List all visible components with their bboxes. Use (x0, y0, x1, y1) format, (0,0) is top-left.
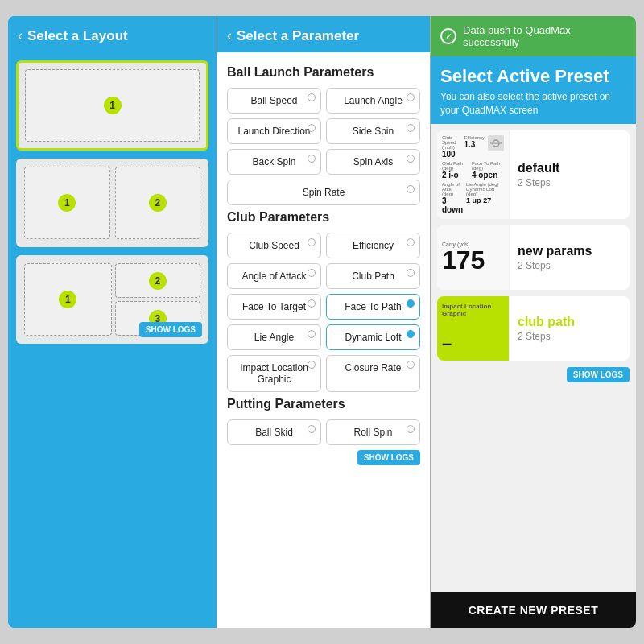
param-closure-rate[interactable]: Closure Rate (326, 355, 420, 392)
preset-steps-default: 2 Steps (518, 177, 621, 188)
preset-card-new-params[interactable]: Carry (yds) 175 new params 2 Steps (437, 225, 630, 290)
radio-roll-spin (407, 425, 415, 433)
preset-title: Select Active Preset (440, 66, 626, 87)
impact-graphic-label: Impact Location Graphic (442, 303, 504, 317)
param-lie-angle[interactable]: Lie Angle (227, 324, 321, 350)
mini-stat-club-path: Club Path (deg) 2 i-o (442, 161, 469, 180)
radio-closure-rate (407, 361, 415, 369)
preset-steps-new-params: 2 Steps (518, 260, 621, 271)
radio-efficiency (407, 238, 415, 246)
club-params-title: Club Parameters (227, 210, 420, 225)
layout-option-2[interactable]: 1 2 (16, 159, 208, 247)
radio-spin-axis (407, 155, 415, 163)
param-club-speed[interactable]: Club Speed (227, 233, 321, 258)
ball-launch-title: Ball Launch Parameters (227, 65, 420, 80)
layout-col-1: 1 (24, 167, 110, 239)
preset-card-default-left: Club Speed (mph) 100 Efficiency 1.3 (437, 130, 510, 219)
mini-stat-face-to-path: Face To Path (deg) 4 open (472, 161, 504, 180)
param-ball-speed[interactable]: Ball Speed (227, 88, 321, 114)
impact-dash: – (442, 333, 504, 354)
success-banner: ✓ Data push to QuadMax successfully (431, 16, 636, 56)
param-angle-of-attack[interactable]: Angle of Attack (227, 263, 321, 289)
layout-option-3[interactable]: 1 2 3 SHOW LOGS (16, 255, 208, 344)
show-logs-btn-1[interactable]: SHOW LOGS (139, 322, 202, 337)
preset-card-club-path-right: club path 2 Steps (510, 296, 630, 361)
success-message: Data push to QuadMax successfully (463, 24, 626, 48)
param-dynamic-loft[interactable]: Dynamic Loft (326, 324, 420, 350)
param-ball-skid[interactable]: Ball Skid (227, 419, 321, 445)
putting-params-grid: Ball Skid Roll Spin (227, 419, 420, 445)
param-spin-rate[interactable]: Spin Rate (227, 180, 420, 205)
layout-badge-2b: 2 (149, 194, 167, 212)
preset-list: Club Speed (mph) 100 Efficiency 1.3 (431, 124, 636, 592)
layout-badge-3a: 1 (59, 291, 76, 308)
preset-card-new-params-right: new params 2 Steps (510, 225, 630, 290)
param-impact-location[interactable]: Impact Location Graphic (227, 355, 321, 392)
mini-stat-lie-dynamic: Lie Angle (deg) Dynamic Loft (deg) 1 up … (466, 182, 504, 214)
layout-two-col: 1 2 (24, 167, 200, 239)
panel-parameter-header: ‹ Select a Parameter (217, 16, 430, 52)
panel-layout-header: ‹ Select a Layout (8, 16, 217, 52)
radio-launch-angle (407, 93, 415, 101)
param-launch-direction[interactable]: Launch Direction (227, 118, 321, 144)
preset-card-club-path[interactable]: Impact Location Graphic – club path 2 St… (437, 296, 630, 361)
radio-dynamic-loft (407, 330, 415, 338)
radio-spin-rate (407, 185, 415, 193)
ball-launch-grid: Ball Speed Launch Angle Launch Direction… (227, 88, 420, 205)
param-roll-spin[interactable]: Roll Spin (326, 419, 420, 445)
param-club-path[interactable]: Club Path (326, 263, 420, 289)
outer-container: ‹ Select a Layout 1 1 (0, 0, 644, 644)
radio-club-path (407, 269, 415, 277)
radio-ball-speed (308, 93, 316, 101)
create-new-preset-btn[interactable]: CREATE NEW PRESET (431, 592, 636, 628)
layout-option-1[interactable]: 1 (16, 60, 208, 151)
preset-card-new-params-left: Carry (yds) 175 (437, 225, 510, 290)
preset-subtitle: You can also select the active preset on… (440, 90, 626, 118)
param-side-spin[interactable]: Side Spin (326, 118, 420, 144)
layout-badge-1: 1 (104, 97, 122, 114)
mini-stat-ball-speed: Club Speed (mph) 100 (442, 135, 460, 159)
layout-content: 1 1 2 (8, 52, 217, 628)
show-logs-btn-3[interactable]: SHOW LOGS (567, 367, 630, 382)
param-launch-angle[interactable]: Launch Angle (326, 88, 420, 114)
preset-card-default[interactable]: Club Speed (mph) 100 Efficiency 1.3 (437, 130, 630, 219)
radio-aoa (308, 269, 316, 277)
radio-launch-direction (308, 124, 316, 132)
phone-wrapper: ‹ Select a Layout 1 1 (8, 16, 636, 628)
putting-params-title: Putting Parameters (227, 397, 420, 411)
preset-card-club-path-left: Impact Location Graphic – (437, 296, 510, 361)
panel-layout-title: Select a Layout (27, 28, 128, 44)
radio-back-spin (308, 155, 316, 163)
preset-card-default-right: default 2 Steps (510, 130, 630, 219)
radio-face-to-path (407, 299, 415, 308)
success-icon: ✓ (440, 28, 456, 44)
club-params-grid: Club Speed Efficiency Angle of Attack Cl… (227, 233, 420, 392)
param-face-to-target[interactable]: Face To Target (227, 294, 321, 320)
back-chevron-param[interactable]: ‹ (227, 27, 232, 44)
param-efficiency[interactable]: Efficiency (326, 233, 420, 258)
param-back-spin[interactable]: Back Spin (227, 149, 321, 175)
carry-value: 175 (442, 247, 504, 273)
radio-impact-location (308, 361, 316, 369)
radio-lie-angle (308, 330, 316, 338)
back-chevron-layout[interactable]: ‹ (18, 27, 23, 44)
layout-option-1-inner: 1 (25, 69, 200, 142)
mini-stat-efficiency: Efficiency 1.3 (464, 135, 485, 149)
preset-header: Select Active Preset You can also select… (431, 56, 636, 124)
layout-three-left: 1 (24, 263, 112, 336)
preset-steps-club-path: 2 Steps (518, 331, 621, 342)
radio-club-speed (308, 238, 316, 246)
layout-badge-3b: 2 (149, 272, 167, 290)
param-spin-axis[interactable]: Spin Axis (326, 149, 420, 175)
panel-parameter-title: Select a Parameter (237, 28, 359, 44)
param-face-to-path[interactable]: Face To Path (326, 294, 420, 320)
panel-parameter: ‹ Select a Parameter Ball Launch Paramet… (217, 16, 431, 628)
layout-three-cell-top: 2 (115, 263, 201, 298)
layout-badge-2a: 1 (58, 194, 76, 212)
param-content: Ball Launch Parameters Ball Speed Launch… (217, 52, 430, 628)
preset-name-club-path: club path (518, 315, 621, 329)
show-logs-btn-2[interactable]: SHOW LOGS (357, 450, 420, 465)
mini-stat-aoa: Angle of Atck (deg) 3 down (442, 182, 463, 214)
preset-name-new-params: new params (518, 244, 621, 258)
radio-ball-skid (308, 425, 316, 433)
